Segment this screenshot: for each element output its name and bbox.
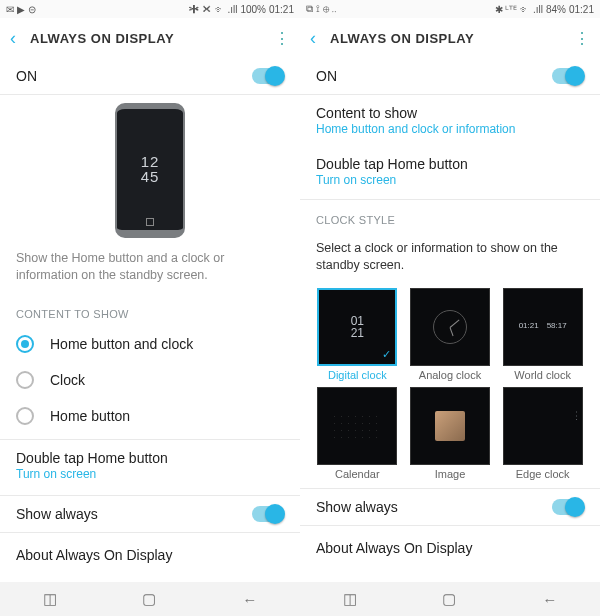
setting-title: Double tap Home button	[16, 450, 284, 466]
clock-style-description: Select a clock or information to show on…	[300, 232, 600, 284]
double-tap-setting[interactable]: Double tap Home button Turn on screen	[300, 146, 600, 200]
app-header: ‹ ALWAYS ON DISPLAY ⋮	[0, 18, 300, 58]
tile-edge-clock[interactable]: · · · Edge clock	[499, 387, 586, 480]
radio-label: Home button	[50, 408, 130, 424]
tile-world-clock[interactable]: 01:21 58:17 World clock	[499, 288, 586, 381]
tile-caption: Analog clock	[419, 369, 481, 381]
master-toggle-row[interactable]: ON	[0, 58, 300, 95]
back-icon[interactable]: ‹	[10, 29, 16, 47]
tile-digital-clock[interactable]: 01 21 ✓ Digital clock	[314, 288, 401, 381]
back-nav-icon[interactable]: ←	[542, 591, 557, 608]
recents-icon[interactable]: ◫	[43, 590, 57, 608]
show-always-row[interactable]: Show always	[0, 496, 300, 533]
tile-image[interactable]: Image	[407, 387, 494, 480]
page-title: ALWAYS ON DISPLAY	[330, 31, 560, 46]
phone-preview: 12 45	[0, 95, 300, 242]
on-label: ON	[316, 68, 337, 84]
radio-home-button-and-clock[interactable]: Home button and clock	[0, 326, 300, 362]
back-nav-icon[interactable]: ←	[242, 591, 257, 608]
status-time: 01:21	[269, 4, 294, 15]
show-always-label: Show always	[316, 499, 398, 515]
clock-style-label: CLOCK STYLE	[300, 200, 600, 232]
status-battery: 100%	[240, 4, 266, 15]
radio-icon	[16, 371, 34, 389]
home-icon[interactable]: ▢	[442, 590, 456, 608]
status-battery: 84%	[546, 4, 566, 15]
tile-caption: Image	[435, 468, 466, 480]
nav-bar: ◫ ▢ ←	[300, 582, 600, 616]
preview-description: Show the Home button and a clock or info…	[0, 242, 300, 294]
show-always-label: Show always	[16, 506, 98, 522]
radio-clock[interactable]: Clock	[0, 362, 300, 398]
master-toggle-row[interactable]: ON	[300, 58, 600, 95]
radio-home-button[interactable]: Home button	[0, 398, 300, 440]
radio-label: Home button and clock	[50, 336, 193, 352]
tile-analog-clock[interactable]: Analog clock	[407, 288, 494, 381]
master-toggle[interactable]	[252, 68, 284, 84]
status-right-icons: ✱ ✕ ᯤ .ıll	[189, 4, 237, 15]
tile-caption: World clock	[514, 369, 571, 381]
page-title: ALWAYS ON DISPLAY	[30, 31, 260, 46]
setting-subtitle: Turn on screen	[16, 467, 284, 481]
radio-icon	[16, 335, 34, 353]
more-icon[interactable]: ⋮	[574, 29, 590, 48]
back-icon[interactable]: ‹	[310, 29, 316, 47]
nav-bar: ◫ ▢ ←	[0, 582, 300, 616]
content-to-show-label: CONTENT TO SHOW	[0, 294, 300, 326]
show-always-toggle[interactable]	[552, 499, 584, 515]
home-icon[interactable]: ▢	[142, 590, 156, 608]
clock-style-grid: 01 21 ✓ Digital clock Analog clock 01:21…	[300, 284, 600, 488]
radio-icon	[16, 407, 34, 425]
about-row[interactable]: About Always On Display	[0, 533, 300, 577]
show-always-toggle[interactable]	[252, 506, 284, 522]
setting-title: Content to show	[316, 105, 584, 121]
master-toggle[interactable]	[552, 68, 584, 84]
status-bar: ✉ ▶ ⊝ ✱ ✕ ᯤ .ıll 100% 01:21	[0, 0, 300, 18]
check-icon: ✓	[382, 348, 391, 361]
status-time: 01:21	[569, 4, 594, 15]
double-tap-setting[interactable]: Double tap Home button Turn on screen	[0, 440, 300, 496]
setting-title: Double tap Home button	[316, 156, 584, 172]
setting-subtitle: Home button and clock or information	[316, 122, 584, 136]
status-bar: ⧉ ⟟ ⊕ ‥ ✱ ᴸᵀᴱ ᯤ .ıll 84% 01:21	[300, 0, 600, 18]
more-icon[interactable]: ⋮	[274, 29, 290, 48]
radio-label: Clock	[50, 372, 85, 388]
show-always-row[interactable]: Show always	[300, 488, 600, 526]
status-left-icons: ✉ ▶ ⊝	[6, 4, 36, 15]
on-label: ON	[16, 68, 37, 84]
tile-caption: Edge clock	[516, 468, 570, 480]
tile-caption: Digital clock	[328, 369, 387, 381]
tile-calendar[interactable]: ······· ······· ······· ······· Calendar	[314, 387, 401, 480]
status-left-icons: ⧉ ⟟ ⊕ ‥	[306, 3, 337, 15]
recents-icon[interactable]: ◫	[343, 590, 357, 608]
setting-subtitle: Turn on screen	[316, 173, 584, 187]
tile-caption: Calendar	[335, 468, 380, 480]
status-right-icons: ✱ ᴸᵀᴱ ᯤ .ıll	[495, 4, 543, 15]
content-to-show-setting[interactable]: Content to show Home button and clock or…	[300, 95, 600, 146]
about-row[interactable]: About Always On Display	[300, 526, 600, 570]
app-header: ‹ ALWAYS ON DISPLAY ⋮	[300, 18, 600, 58]
